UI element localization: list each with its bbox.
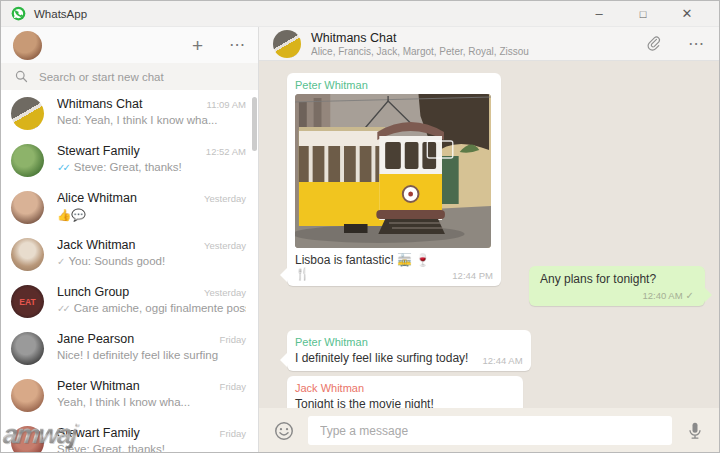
check-icon: ✓ bbox=[686, 290, 694, 301]
chat-list-item-stewart-family[interactable]: Stewart Family 12:52 AM ✓✓Steve: Great, … bbox=[1, 137, 258, 184]
attach-icon[interactable] bbox=[645, 35, 662, 52]
whatsapp-window: WhatsApp – □ ✕ + ⋯ Search or start new c… bbox=[0, 0, 720, 453]
chat-preview: ✓You: Sounds good! bbox=[57, 255, 246, 267]
message-input-bar bbox=[259, 408, 719, 453]
chat-name: Peter Whitman bbox=[57, 379, 214, 393]
chat-time: Yesterday bbox=[204, 240, 246, 251]
chat-time: 11:09 AM bbox=[207, 99, 246, 110]
chat-name: Stewart Family bbox=[57, 426, 214, 440]
maximize-button[interactable]: □ bbox=[621, 1, 665, 27]
chat-avatar bbox=[11, 238, 44, 271]
chat-time: Yesterday bbox=[204, 287, 246, 298]
chat-preview: Steve: Great, thanks! bbox=[57, 443, 246, 453]
message-time: 12:44 PM bbox=[452, 270, 493, 281]
chat-preview: Ned: Yeah, I think I know wha... bbox=[57, 114, 246, 126]
sidebar-scrollbar[interactable] bbox=[252, 97, 257, 151]
chat-avatar bbox=[11, 379, 44, 412]
search-bar[interactable]: Search or start new chat bbox=[1, 63, 258, 90]
chat-list-item-stewart-family-2[interactable]: Stewart Family Friday Steve: Great, than… bbox=[1, 419, 258, 453]
chat-list-item-lunch-group[interactable]: EAT Lunch Group Yesterday ✓✓Care amiche,… bbox=[1, 278, 258, 325]
double-check-icon: ✓✓ bbox=[57, 303, 68, 314]
minimize-button[interactable]: – bbox=[577, 1, 621, 27]
sidebar-menu-button[interactable]: ⋯ bbox=[229, 37, 246, 53]
chat-list-item-alice-whitman[interactable]: Alice Whitman Yesterday 👍💬 bbox=[1, 184, 258, 231]
message-text: Any plans for tonight? bbox=[540, 272, 694, 287]
chat-preview: ✓✓Care amiche, oggi finalmente posso bbox=[57, 302, 246, 314]
chat-name: Whitmans Chat bbox=[57, 97, 201, 111]
chat-time: Yesterday bbox=[204, 193, 246, 204]
microphone-icon[interactable] bbox=[685, 420, 705, 442]
chat-panel: Whitmans Chat Alice, Francis, Jack, Marg… bbox=[259, 27, 719, 453]
message-input[interactable] bbox=[308, 416, 672, 445]
sidebar: + ⋯ Search or start new chat Whitmans Ch… bbox=[1, 27, 259, 453]
chat-header: Whitmans Chat Alice, Francis, Jack, Marg… bbox=[259, 27, 719, 61]
search-icon bbox=[15, 70, 28, 83]
chat-avatar bbox=[11, 426, 44, 453]
chat-name: Jane Pearson bbox=[57, 332, 214, 346]
message-incoming-photo[interactable]: Peter Whitman bbox=[287, 73, 501, 286]
message-text: Tonight is the movie night! How about th… bbox=[295, 397, 461, 408]
message-caption: Lisboa is fantastic! 🚋 🍷 🍴 bbox=[295, 253, 438, 281]
chat-avatar bbox=[11, 97, 44, 130]
message-incoming[interactable]: Jack Whitman Tonight is the movie night!… bbox=[287, 376, 523, 408]
chat-name: Stewart Family bbox=[57, 144, 200, 158]
chat-title: Whitmans Chat bbox=[311, 31, 635, 45]
message-list: Peter Whitman bbox=[259, 61, 719, 408]
chat-name: Alice Whitman bbox=[57, 191, 198, 205]
chat-name: Jack Whitman bbox=[57, 238, 198, 252]
window-controls: – □ ✕ bbox=[577, 1, 709, 27]
message-sender: Peter Whitman bbox=[295, 79, 493, 91]
new-chat-button[interactable]: + bbox=[188, 36, 207, 55]
chat-preview: Nice! I definitely feel like surfing bbox=[57, 349, 246, 361]
chat-time: Friday bbox=[220, 334, 246, 345]
tram-photo[interactable] bbox=[295, 94, 491, 248]
chat-preview: 👍💬 bbox=[57, 208, 246, 222]
chat-list: Whitmans Chat 11:09 AM Ned: Yeah, I thin… bbox=[1, 90, 258, 453]
check-icon: ✓ bbox=[57, 256, 65, 267]
emoji-icon[interactable] bbox=[273, 420, 295, 442]
chat-menu-button[interactable]: ⋯ bbox=[688, 36, 705, 52]
chat-avatar bbox=[11, 332, 44, 365]
profile-avatar[interactable] bbox=[13, 31, 42, 60]
message-sender: Jack Whitman bbox=[295, 382, 515, 394]
chat-time: Friday bbox=[220, 381, 246, 392]
double-check-icon: ✓✓ bbox=[57, 162, 68, 173]
search-placeholder: Search or start new chat bbox=[39, 71, 164, 83]
chat-list-item-whitmans-chat[interactable]: Whitmans Chat 11:09 AM Ned: Yeah, I thin… bbox=[1, 90, 258, 137]
chat-participants: Alice, Francis, Jack, Margot, Peter, Roy… bbox=[311, 46, 635, 57]
chat-avatar bbox=[11, 144, 44, 177]
chat-header-avatar[interactable] bbox=[273, 30, 301, 58]
whatsapp-logo-icon bbox=[11, 6, 26, 21]
chat-avatar bbox=[11, 191, 44, 224]
chat-list-item-peter-whitman[interactable]: Peter Whitman Friday Yeah, I think I kno… bbox=[1, 372, 258, 419]
chat-time: Friday bbox=[220, 428, 246, 439]
message-incoming[interactable]: Peter Whitman I definitely feel like sur… bbox=[287, 330, 531, 371]
chat-name: Lunch Group bbox=[57, 285, 198, 299]
message-outgoing[interactable]: Any plans for tonight? 12:40 AM✓ bbox=[529, 266, 705, 306]
chat-avatar: EAT bbox=[11, 285, 44, 318]
chat-list-item-jack-whitman[interactable]: Jack Whitman Yesterday ✓You: Sounds good… bbox=[1, 231, 258, 278]
chat-preview: ✓✓Steve: Great, thanks! bbox=[57, 161, 246, 173]
chat-list-item-jane-pearson[interactable]: Jane Pearson Friday Nice! I definitely f… bbox=[1, 325, 258, 372]
chat-preview: Yeah, I think I know wha... bbox=[57, 396, 246, 408]
message-time: 12:44 AM bbox=[482, 355, 522, 366]
title-bar: WhatsApp – □ ✕ bbox=[1, 1, 719, 27]
avatar-text: EAT bbox=[19, 297, 35, 307]
message-time-row: 12:40 AM✓ bbox=[540, 290, 694, 301]
sidebar-header: + ⋯ bbox=[1, 27, 258, 63]
app-title: WhatsApp bbox=[34, 8, 577, 20]
message-sender: Peter Whitman bbox=[295, 336, 523, 348]
message-text: I definitely feel like surfing today! bbox=[295, 351, 468, 366]
close-button[interactable]: ✕ bbox=[665, 1, 709, 27]
chat-time: 12:52 AM bbox=[206, 146, 246, 157]
